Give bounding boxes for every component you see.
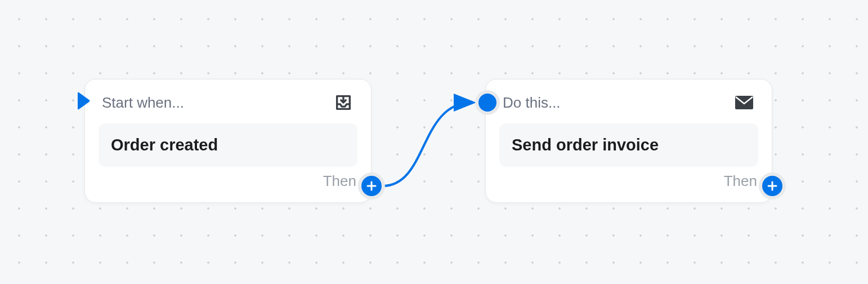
mail-icon — [733, 92, 755, 113]
trigger-node[interactable]: Start when... Order created Then — [84, 79, 372, 203]
trigger-content[interactable]: Order created — [99, 123, 357, 167]
action-header: Do this... — [499, 92, 758, 113]
action-input-port — [475, 90, 500, 115]
trigger-header-label: Start when... — [102, 94, 184, 112]
workflow-canvas[interactable]: Start when... Order created Then — [0, 0, 868, 284]
trigger-content-text: Order created — [111, 136, 218, 154]
action-content[interactable]: Send order invoice — [499, 123, 758, 167]
action-add-step-button[interactable] — [759, 172, 786, 199]
plus-icon — [361, 176, 382, 196]
trigger-start-marker — [75, 91, 91, 111]
trigger-add-step-button[interactable] — [358, 172, 385, 199]
circle-icon — [478, 94, 496, 112]
plus-icon — [762, 176, 782, 196]
action-content-text: Send order invoice — [512, 136, 659, 154]
action-footer: Then — [499, 172, 758, 190]
trigger-header: Start when... — [99, 92, 357, 113]
trigger-then-label: Then — [323, 172, 356, 190]
action-header-label: Do this... — [503, 94, 561, 112]
action-then-label: Then — [724, 172, 757, 190]
inbox-download-icon — [333, 92, 354, 113]
action-node[interactable]: Do this... Send order invoice Then — [485, 79, 772, 203]
trigger-footer: Then — [99, 172, 357, 190]
play-icon — [75, 91, 91, 111]
